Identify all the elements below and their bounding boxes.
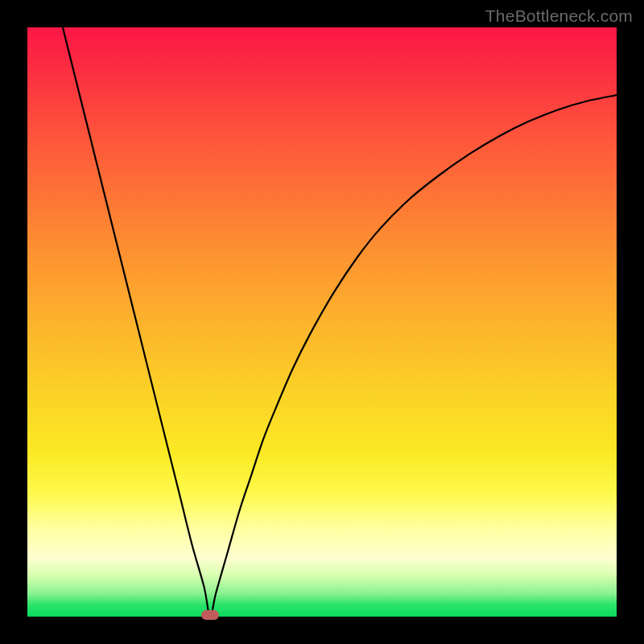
chart-frame: TheBottleneck.com: [0, 0, 644, 644]
min-marker: [201, 610, 219, 620]
curve-svg: [27, 27, 617, 617]
plot-area: [27, 27, 617, 617]
watermark-text: TheBottleneck.com: [485, 6, 633, 26]
bottleneck-curve: [63, 27, 617, 617]
